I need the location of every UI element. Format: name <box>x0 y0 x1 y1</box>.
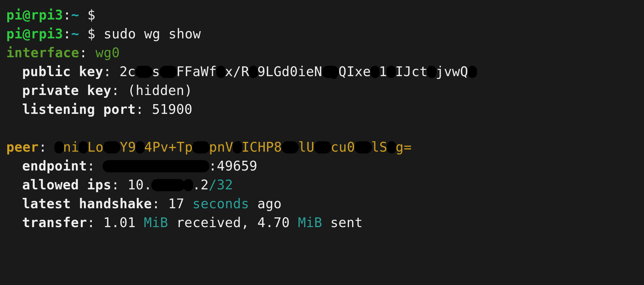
listening-port-line: listening port: 51900 <box>6 102 192 117</box>
allowed-ips-line: allowed ips: 10.253.3.2/32 <box>6 177 233 193</box>
handshake-count: 17 <box>168 196 185 211</box>
redaction-blob: OY <box>160 64 176 79</box>
transfer-label: transfer <box>22 215 87 230</box>
redaction-blob: 3 <box>184 177 192 193</box>
private-key-label: private key <box>22 83 112 98</box>
prompt-path: ~ <box>71 7 79 23</box>
tx-word: sent <box>330 215 363 230</box>
private-key-value: (hidden) <box>128 83 192 98</box>
prompt-user: pi <box>6 26 23 42</box>
prompt-at: @ <box>23 26 31 42</box>
prompt-at: @ <box>23 7 31 23</box>
terminal-output: pi@rpi3:~ $ pi@rpi3:~ $ sudo wg show int… <box>0 0 644 232</box>
public-key-label: public key <box>22 64 103 79</box>
redaction-blob: Q <box>387 139 396 155</box>
allowed-ip-value: 10.253.3.2 <box>128 177 209 193</box>
peer-label: peer <box>6 139 39 155</box>
endpoint-line: endpoint: 46.223.38.135:49659 <box>6 158 257 174</box>
interface-name: wg0 <box>96 45 120 60</box>
interface-label: interface <box>6 45 79 60</box>
endpoint-ip: 46.223.38.135 <box>103 158 208 174</box>
rx-unit: MiB <box>144 215 168 230</box>
prompt-host: rpi3 <box>31 26 63 42</box>
peer-key-value: Lni6LoUBY9P4Pv+TpMGpnVfICHP8J5lUSKcu0MOl… <box>55 139 412 155</box>
redaction-blob: L <box>55 139 63 155</box>
handshake-suffix: ago <box>257 196 281 211</box>
handshake-label: latest handshake <box>22 196 152 211</box>
redaction-blob: b <box>428 64 436 79</box>
redaction-blob: cg <box>322 64 339 79</box>
redaction-blob: SK <box>314 139 331 155</box>
redaction-blob: J5 <box>282 139 298 155</box>
redaction-blob: = <box>468 64 476 79</box>
prompt-sigil: $ <box>87 26 96 42</box>
prompt-sep: : <box>63 7 71 23</box>
redaction-blob: C <box>387 64 395 79</box>
prompt-line[interactable]: pi@rpi3:~ $ sudo wg show <box>6 26 201 42</box>
private-key-line: private key: (hidden) <box>6 83 192 98</box>
listening-port-value: 51900 <box>152 102 192 117</box>
handshake-unit: seconds <box>192 196 249 211</box>
rx-amount: 1.01 <box>103 215 136 230</box>
allowed-ips-label: allowed ips <box>22 177 112 193</box>
redaction-blob: MG <box>193 139 209 155</box>
redaction-blob: ka <box>136 64 152 79</box>
redaction-blob: A <box>249 64 258 79</box>
prompt-user: pi <box>6 7 23 23</box>
handshake-line: latest handshake: 17 seconds ago <box>6 196 282 211</box>
prompt-sigil: $ <box>87 7 96 23</box>
allowed-ip-cidr: /32 <box>209 177 233 193</box>
endpoint-label: endpoint <box>22 158 87 174</box>
prompt-line[interactable]: pi@rpi3:~ $ <box>6 7 96 23</box>
command-text: sudo wg show <box>104 26 201 42</box>
rx-word: received, <box>176 215 249 230</box>
endpoint-port: 49659 <box>217 158 257 174</box>
listening-port-label: listening port <box>22 102 136 117</box>
public-key-value: 2ckasOYFFaWfnx/RA9LGd0ieNcgQIxei1CIJctbj… <box>119 64 476 79</box>
redaction-blob: MO <box>355 139 371 155</box>
interface-line: interface: wg0 <box>6 45 120 60</box>
public-key-line: public key: 2ckasOYFFaWfnx/RA9LGd0ieNcgQ… <box>6 64 476 79</box>
blank-line <box>6 120 14 136</box>
prompt-host: rpi3 <box>31 7 63 23</box>
transfer-line: transfer: 1.01 MiB received, 4.70 MiB se… <box>6 215 363 230</box>
tx-amount: 4.70 <box>257 215 290 230</box>
redaction-blob: 46.223.38.135 <box>103 158 208 174</box>
redaction-blob: 6 <box>79 139 87 155</box>
redaction-blob: UB <box>104 139 120 155</box>
tx-unit: MiB <box>298 215 322 230</box>
prompt-sep: : <box>63 26 71 42</box>
redaction-blob: n <box>217 64 225 79</box>
peer-line: peer: Lni6LoUBY9P4Pv+TpMGpnVfICHP8J5lUSK… <box>6 139 412 155</box>
redaction-blob: f <box>233 139 242 155</box>
redaction-blob: 253. <box>152 177 184 193</box>
prompt-path: ~ <box>71 26 79 42</box>
redaction-blob: P <box>136 139 144 155</box>
redaction-blob: i <box>371 64 379 79</box>
